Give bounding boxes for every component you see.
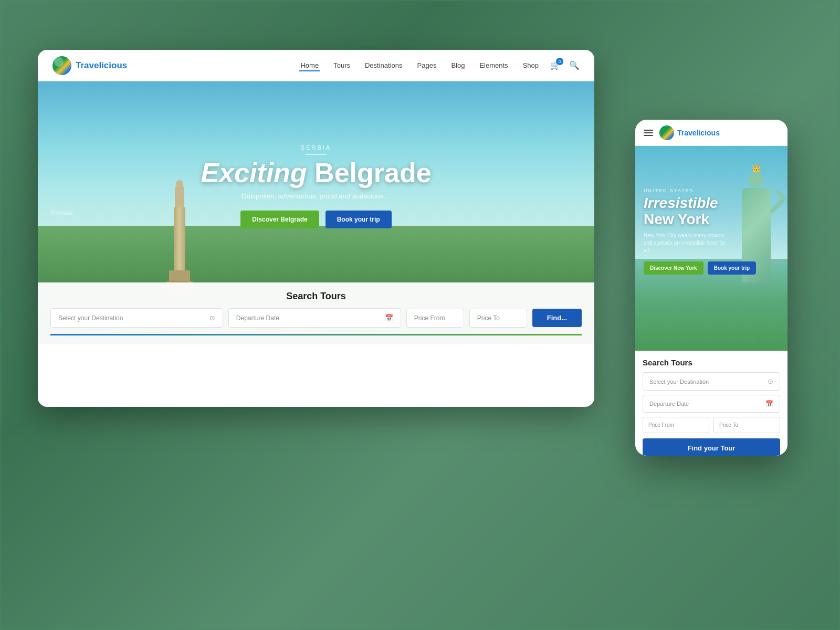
hero-divider (306, 154, 327, 155)
target-icon (209, 314, 215, 322)
destination-placeholder-text: Select your Destination (58, 314, 123, 322)
desktop-nav-icons: 🛒 0 🔍 (550, 60, 580, 70)
price-to-placeholder-text: Price To (477, 314, 500, 322)
desktop-hero-buttons: Discover Belgrade Book your trip (38, 211, 594, 228)
mobile-logo-globe-icon (659, 125, 674, 140)
hamburger-line-3 (644, 135, 653, 136)
hamburger-line-1 (644, 130, 653, 131)
departure-date-input[interactable]: Departure Date 📅 (228, 308, 401, 328)
mobile-book-trip-button[interactable]: Book your trip (708, 261, 756, 275)
desktop-search-row: Select your Destination Departure Date 📅… (50, 308, 582, 328)
search-border-bottom (50, 334, 582, 335)
mobile-hero-title-italic: Irresistible (644, 195, 728, 212)
desktop-nav-links: Home Tours Destinations Pages Blog Eleme… (299, 59, 540, 71)
desktop-search-title: Search Tours (50, 291, 582, 302)
mobile-browser-mockup: Travelicious 👑 UNITED STATES Irresistibl… (635, 120, 788, 456)
mobile-price-row: Price From Price To (643, 417, 780, 433)
price-from-input[interactable]: Price From (406, 309, 464, 328)
mobile-departure-placeholder: Departure Date (649, 401, 689, 407)
nav-link-elements[interactable]: Elements (478, 59, 509, 71)
hamburger-menu-button[interactable] (644, 130, 653, 136)
nav-link-shop[interactable]: Shop (522, 59, 540, 71)
desktop-search-bar: Search Tours Select your Destination Dep… (38, 282, 594, 344)
mobile-search-bar: Search Tours Select your Destination ⊙ D… (635, 351, 788, 456)
departure-placeholder-text: Departure Date (236, 314, 279, 322)
mobile-search-title: Search Tours (643, 358, 780, 367)
cart-badge: 0 (556, 58, 563, 65)
statue-head (749, 172, 763, 187)
mobile-calendar-icon: 📅 (765, 400, 773, 407)
mobile-destination-input[interactable]: Select your Destination ⊙ (643, 372, 780, 391)
destination-input[interactable]: Select your Destination (50, 308, 223, 328)
mobile-logo-text: Travelicious (677, 129, 720, 137)
mobile-destination-placeholder: Select your Destination (649, 379, 709, 385)
mobile-price-from-placeholder: Price From (648, 422, 674, 428)
mobile-hero: 👑 UNITED STATES Irresistible New York Ne… (635, 146, 788, 351)
mobile-nav: Travelicious (635, 120, 788, 146)
statue-crown: 👑 (752, 164, 761, 172)
cart-button[interactable]: 🛒 0 (550, 60, 561, 70)
nav-link-blog[interactable]: Blog (450, 59, 466, 71)
search-icon[interactable]: 🔍 (569, 60, 580, 70)
discover-newyork-button[interactable]: Discover New York (644, 261, 704, 275)
mobile-hero-buttons: Discover New York Book your trip (644, 261, 756, 275)
discover-belgrade-button[interactable]: Discover Belgrade (240, 211, 319, 228)
mobile-price-to-input[interactable]: Price To (713, 417, 780, 433)
nav-link-pages[interactable]: Pages (416, 59, 438, 71)
mobile-price-from-input[interactable]: Price From (643, 417, 709, 433)
calendar-icon: 📅 (385, 314, 393, 322)
hero-title-italic: Exciting (201, 158, 307, 188)
mobile-departure-input[interactable]: Departure Date 📅 (643, 395, 780, 413)
desktop-logo-globe-icon (52, 56, 71, 75)
desktop-logo-area[interactable]: Travelicious (52, 56, 127, 75)
desktop-logo-text: Travelicious (76, 60, 127, 71)
mobile-hero-title: Irresistible New York (644, 195, 728, 228)
desktop-browser-mockup: Travelicious Home Tours Destinations Pag… (38, 50, 594, 407)
desktop-hero: SERBIA Exciting Belgrade Outspoken, adve… (38, 81, 594, 344)
prev-slide-label[interactable]: ← Previous (43, 209, 73, 216)
desktop-nav: Travelicious Home Tours Destinations Pag… (38, 50, 594, 81)
desktop-hero-subtitle: Outspoken, adventurous, proud and audaci… (38, 192, 594, 200)
book-trip-button[interactable]: Book your trip (326, 211, 392, 228)
desktop-hero-title: Exciting Belgrade (38, 158, 594, 188)
mobile-hero-title-normal: New York (644, 211, 709, 227)
nav-link-destinations[interactable]: Destinations (364, 59, 404, 71)
hamburger-line-2 (644, 132, 653, 133)
hero-title-normal: Belgrade (307, 158, 432, 188)
desktop-hero-text: SERBIA Exciting Belgrade Outspoken, adve… (38, 144, 594, 228)
nav-link-home[interactable]: Home (299, 59, 320, 71)
mobile-hero-text: UNITED STATES Irresistible New York New … (644, 188, 756, 275)
nav-link-tours[interactable]: Tours (332, 59, 351, 71)
mobile-hero-country-label: UNITED STATES (644, 188, 756, 193)
price-to-input[interactable]: Price To (469, 309, 527, 328)
mobile-find-tour-button[interactable]: Find your Tour (643, 438, 780, 456)
mobile-price-to-placeholder: Price To (719, 422, 738, 428)
find-tour-button[interactable]: Find... (532, 309, 582, 327)
statue-arm (769, 198, 785, 214)
monument-base (169, 270, 190, 281)
mobile-hero-subtitle: New York City wears many crowns, and spr… (644, 232, 728, 254)
mobile-target-icon: ⊙ (768, 377, 773, 385)
hero-country-label: SERBIA (38, 144, 594, 151)
price-from-placeholder-text: Price From (414, 314, 445, 322)
